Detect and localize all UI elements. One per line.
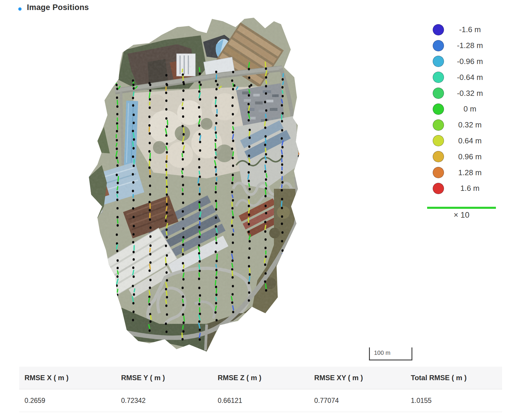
image-position-dot — [298, 164, 300, 166]
legend-item: 0 m — [427, 101, 496, 117]
image-position-dot — [182, 330, 184, 332]
image-position-dot — [148, 116, 151, 118]
image-position-dot — [182, 201, 184, 204]
image-position-dot — [133, 147, 135, 149]
image-position-dot — [182, 227, 184, 230]
image-position-dot — [149, 209, 151, 211]
legend-color-dot — [433, 104, 444, 115]
image-position-dot — [165, 263, 167, 265]
legend-item-label: -0.32 m — [444, 89, 496, 98]
image-position-dot — [281, 249, 283, 252]
image-position-dot — [215, 139, 217, 141]
image-position-dot — [199, 260, 201, 262]
image-position-dot — [116, 96, 118, 99]
image-position-dot — [198, 166, 200, 168]
image-position-dot — [281, 240, 283, 242]
image-position-dot — [182, 107, 184, 109]
image-position-dot — [182, 321, 184, 324]
image-position-dot — [298, 138, 300, 141]
image-position-dot — [166, 142, 168, 145]
image-position-dot — [281, 207, 283, 209]
image-position-dot — [132, 79, 134, 82]
image-position-dot — [248, 163, 250, 165]
image-position-dot — [182, 296, 184, 298]
image-position-dot — [199, 209, 201, 211]
image-position-dot — [215, 216, 217, 219]
image-position-dot — [232, 122, 234, 124]
image-position-dot — [149, 218, 151, 221]
image-position-dot — [116, 198, 118, 201]
image-position-dot — [133, 216, 135, 218]
image-position-dot — [298, 113, 300, 115]
image-position-dot — [132, 173, 134, 175]
image-position-dot — [264, 170, 266, 173]
image-position-dot — [265, 212, 267, 214]
legend-item-label: -0.96 m — [444, 57, 496, 66]
image-position-dot — [281, 198, 283, 200]
image-position-dot — [198, 183, 200, 186]
image-position-dot — [149, 175, 151, 178]
image-position-dot — [165, 92, 167, 94]
elevation-residual-dash — [149, 213, 151, 218]
legend-item-label: -1.28 m — [444, 41, 496, 50]
image-position-dot — [198, 252, 200, 255]
image-position-dot — [182, 142, 184, 145]
image-position-dot — [248, 94, 250, 96]
image-position-dot — [215, 105, 217, 107]
image-position-dot — [199, 193, 201, 195]
image-position-dot — [132, 241, 134, 243]
image-position-dot — [133, 87, 135, 89]
elevation-legend: -1.6 m-1.28 m-0.96 m-0.64 m-0.32 m0 m0.3… — [427, 22, 496, 196]
elevation-residual-dash — [199, 221, 200, 225]
legend-item-label: 1.6 m — [444, 184, 496, 193]
image-position-dot — [248, 111, 250, 113]
image-position-dot — [117, 216, 119, 218]
image-position-dot — [248, 68, 250, 70]
rmse-header-cell: RMSE Z ( m ) — [212, 367, 309, 389]
image-position-dot — [199, 294, 201, 296]
image-position-dot — [166, 229, 168, 231]
image-position-dot — [281, 258, 283, 260]
image-position-dot — [166, 125, 168, 128]
image-position-dot — [133, 233, 135, 235]
elevation-residual-dash — [216, 288, 217, 293]
image-position-dot — [231, 301, 233, 304]
image-position-dot — [149, 279, 151, 281]
image-position-dot — [182, 338, 184, 340]
image-position-dot — [232, 71, 234, 73]
image-position-dot — [116, 157, 118, 159]
rmse-value-cell: 0.72342 — [116, 389, 212, 412]
image-position-dot — [215, 208, 217, 211]
image-position-dot — [133, 275, 135, 278]
elevation-residual-dash — [281, 166, 282, 170]
image-position-dot — [264, 280, 266, 283]
image-position-dot — [231, 79, 233, 82]
image-position-dot — [249, 240, 251, 242]
image-position-dot — [281, 155, 283, 157]
image-position-dot — [215, 276, 218, 279]
image-position-dot — [264, 272, 267, 275]
image-position-dot — [149, 89, 151, 92]
image-position-dot — [116, 174, 118, 176]
image-position-dot — [116, 139, 118, 141]
image-position-dot — [281, 275, 283, 278]
image-position-dot — [132, 319, 134, 321]
image-position-dot — [281, 171, 283, 174]
image-position-dot — [281, 129, 283, 132]
image-position-dot — [149, 84, 151, 86]
image-position-dot — [232, 88, 234, 90]
image-position-dot — [117, 259, 119, 262]
image-position-dot — [133, 258, 135, 260]
image-position-dot — [149, 193, 151, 196]
image-position-dot — [233, 84, 235, 87]
image-position-dot — [265, 76, 267, 78]
image-position-dot — [116, 105, 118, 108]
image-position-dot — [265, 92, 267, 95]
image-position-dot — [264, 263, 266, 266]
image-position-dot — [198, 303, 200, 305]
legend-color-dot — [433, 88, 444, 99]
image-position-dot — [248, 265, 250, 267]
elevation-residual-dash — [297, 191, 299, 197]
elevation-residual-dash — [216, 177, 218, 181]
image-position-dot — [215, 156, 217, 159]
